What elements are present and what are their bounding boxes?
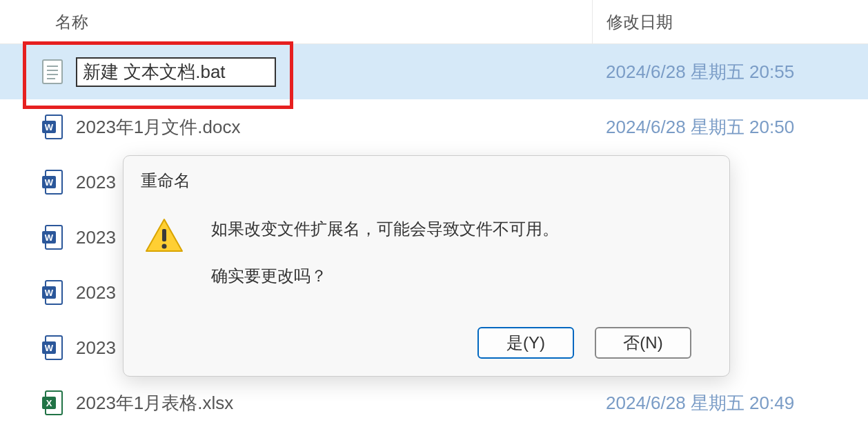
- column-header-name[interactable]: 名称: [0, 11, 592, 33]
- svg-rect-24: [162, 229, 166, 241]
- excel-file-icon: X: [41, 390, 63, 416]
- file-row[interactable]: 2024/6/28 星期五 20:55: [0, 44, 868, 99]
- yes-button[interactable]: 是(Y): [477, 327, 574, 359]
- dialog-message: 如果改变文件扩展名，可能会导致文件不可用。 确实要更改吗？: [184, 212, 559, 306]
- svg-text:W: W: [45, 288, 54, 298]
- svg-rect-0: [43, 60, 62, 83]
- file-date-cell: 2024/6/28 星期五 20:55: [592, 60, 868, 84]
- column-header-date[interactable]: 修改日期: [592, 0, 868, 43]
- file-row[interactable]: W 2023年1月文件.docx 2024/6/28 星期五 20:50: [0, 99, 868, 155]
- svg-text:W: W: [45, 343, 54, 353]
- dialog-body: 如果改变文件扩展名，可能会导致文件不可用。 确实要更改吗？: [124, 199, 729, 327]
- column-header-row: 名称 修改日期: [0, 0, 868, 44]
- svg-text:X: X: [46, 398, 52, 408]
- word-file-icon: W: [41, 169, 63, 195]
- word-file-icon: W: [41, 279, 63, 306]
- dialog-title: 重命名: [124, 156, 729, 199]
- word-file-icon: W: [41, 335, 63, 361]
- text-file-icon: [41, 59, 63, 85]
- word-file-icon: W: [41, 114, 63, 140]
- file-row[interactable]: X 2023年1月表格.xlsx 2024/6/28 星期五 20:49: [0, 375, 868, 430]
- file-date-cell: 2024/6/28 星期五 20:49: [592, 391, 868, 415]
- file-name-cell: 2023年1月表格.xlsx: [63, 391, 592, 415]
- dialog-line2: 确实要更改吗？: [211, 259, 559, 292]
- file-name-cell: [63, 57, 592, 87]
- dialog-button-row: 是(Y) 否(N): [124, 327, 729, 359]
- word-file-icon: W: [41, 224, 63, 250]
- svg-text:W: W: [45, 122, 54, 132]
- rename-dialog: 重命名 如果改变文件扩展名，可能会导致文件不可用。 确实要更改吗？ 是(Y) 否…: [123, 155, 730, 377]
- file-name-cell: 2023年1月文件.docx: [63, 115, 592, 139]
- svg-text:W: W: [45, 177, 54, 188]
- file-date-cell: 2024/6/28 星期五 20:50: [592, 115, 868, 139]
- rename-input[interactable]: [76, 57, 276, 87]
- svg-text:W: W: [45, 232, 54, 243]
- dialog-line1: 如果改变文件扩展名，可能会导致文件不可用。: [211, 212, 559, 246]
- svg-point-25: [162, 244, 167, 249]
- no-button[interactable]: 否(N): [595, 327, 691, 359]
- warning-icon: [145, 217, 184, 255]
